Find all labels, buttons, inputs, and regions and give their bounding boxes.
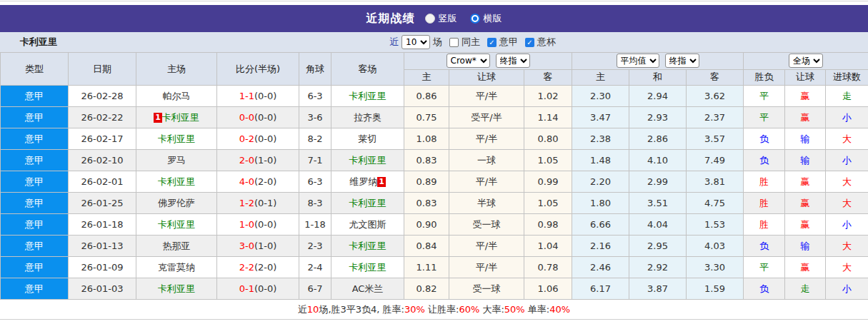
date-cell: 26-01-09 <box>69 257 136 278</box>
title-bar: 近期战绩 竖版 横版 <box>0 5 868 32</box>
away-team-cell: 尤文图斯 <box>331 214 404 236</box>
sub-header-avg-draw: 和 <box>629 69 687 86</box>
fulltime-score: 1-0 <box>239 219 254 230</box>
away-team-name: 卡利亚里 <box>349 198 386 208</box>
match-count-select[interactable]: 10 <box>401 35 430 49</box>
avg-away-odds-cell: 3.57 <box>687 128 744 150</box>
serie-a-checkbox[interactable]: ✓ <box>487 38 497 47</box>
handicap-result-cell: 赢 <box>785 193 826 214</box>
avg-home-odds-cell: 2.46 <box>572 257 629 278</box>
winlose-result-cell: 平 <box>744 86 785 107</box>
date-cell: 26-02-17 <box>69 128 136 150</box>
odds-stage-select[interactable]: 终指 <box>496 54 530 68</box>
league-cell: 意甲 <box>1 150 69 171</box>
crown-handicap-cell: 平/半 <box>449 128 524 150</box>
halftime-score: (2-0) <box>254 262 276 273</box>
home-team-cell: 卡利亚里 <box>136 214 217 236</box>
match-row: 意甲26-02-221卡利亚里0-0(0-0)3-6拉齐奥0.75受平/半1.1… <box>1 107 868 128</box>
avg-draw-odds-cell: 2.93 <box>629 107 687 128</box>
home-team-name: 罗马 <box>167 155 186 166</box>
halftime-score: (0-0) <box>254 91 276 101</box>
score-cell: 1-2(0-1) <box>217 193 299 214</box>
league-cell: 意甲 <box>1 128 69 150</box>
goals-result-cell: 大 <box>826 193 868 214</box>
avg-draw-odds-cell: 2.86 <box>629 128 687 150</box>
fulltime-score: 2-0 <box>239 155 254 166</box>
crown-home-odds-cell: 0.82 <box>404 278 449 300</box>
avg-draw-odds-cell: 3.51 <box>629 193 687 214</box>
winlose-result-cell: 胜 <box>744 171 785 193</box>
footer-stat-segment: 让胜率: <box>425 304 459 315</box>
away-team-name: 尤文图斯 <box>349 219 386 230</box>
corner-cell: 2-3 <box>299 236 331 257</box>
home-team-cell: 1卡利亚里 <box>136 107 217 128</box>
date-cell: 26-02-01 <box>69 171 136 193</box>
radio-off-icon[interactable] <box>425 14 435 24</box>
home-team-cell: 卡利亚里 <box>136 171 217 193</box>
col-header-date: 日期 <box>69 53 136 86</box>
date-cell: 26-02-22 <box>69 107 136 128</box>
layout-horizontal-option[interactable]: 横版 <box>470 12 502 25</box>
period-select[interactable]: 全场 <box>789 54 823 68</box>
avg-home-odds-cell: 2.20 <box>572 171 629 193</box>
away-team-name: 莱切 <box>359 133 377 144</box>
crown-away-odds-cell: 0.98 <box>524 214 572 236</box>
layout-vertical-option[interactable]: 竖版 <box>425 12 457 25</box>
date-cell: 26-01-03 <box>69 278 136 300</box>
fulltime-score: 0-0 <box>239 112 254 123</box>
home-team-cell: 帕尔马 <box>136 86 217 107</box>
serie-a-label: 意甲 <box>499 36 518 49</box>
score-cell: 0-2(0-0) <box>217 128 299 150</box>
league-cell: 意甲 <box>1 107 69 128</box>
away-team-name: 维罗纳 <box>349 176 377 187</box>
handicap-result-cell: 赢 <box>785 86 826 107</box>
layout-horizontal-label: 横版 <box>484 12 502 25</box>
unit-label: 场 <box>433 36 442 49</box>
match-row: 意甲26-02-01卡利亚里4-0(2-0)6-3维罗纳10.89平/半0.99… <box>1 171 868 193</box>
footer-stat-segment: 场,胜3平3负4, 胜率: <box>319 304 404 315</box>
away-team-cell: 卡利亚里 <box>331 150 404 171</box>
away-team-name: 卡利亚里 <box>349 262 386 273</box>
fulltime-score: 2-2 <box>239 262 254 273</box>
red-card-badge: 1 <box>377 177 386 187</box>
halftime-score: (1-0) <box>254 241 276 251</box>
italy-cup-checkbox[interactable]: ✓ <box>525 38 534 47</box>
goals-result-cell: 小 <box>826 278 868 300</box>
radio-on-icon[interactable] <box>470 14 480 24</box>
away-team-cell: AC米兰 <box>331 278 404 300</box>
avg-home-odds-cell: 1.80 <box>572 193 629 214</box>
home-team-cell: 卡利亚里 <box>136 278 217 300</box>
score-cell: 1-0(0-0) <box>217 214 299 236</box>
home-team-name: 卡利亚里 <box>162 112 199 123</box>
halftime-score: (0-1) <box>254 198 276 208</box>
winlose-result-cell: 负 <box>744 278 785 300</box>
footer-stat-segment: 近 <box>298 304 307 315</box>
crown-handicap-cell: 一球 <box>449 150 524 171</box>
fulltime-score: 1-2 <box>239 198 254 208</box>
near-label: 近 <box>389 36 399 49</box>
away-team-cell: 莱切 <box>331 128 404 150</box>
date-cell: 26-01-25 <box>69 193 136 214</box>
footer-stat-segment: 40% <box>549 304 570 315</box>
handicap-result-cell: 赢 <box>785 257 826 278</box>
winlose-result-cell: 平 <box>744 257 785 278</box>
corner-cell: 6-3 <box>299 86 331 107</box>
crown-away-odds-cell: 0.99 <box>524 171 572 193</box>
winlose-result-cell: 胜 <box>744 214 785 236</box>
home-team-cell: 佛罗伦萨 <box>136 193 217 214</box>
goals-result-cell: 大 <box>826 128 868 150</box>
same-home-checkbox[interactable] <box>449 38 459 47</box>
avg-stage-select[interactable]: 终指 <box>665 54 699 68</box>
avg-select[interactable]: 平均值 <box>617 54 659 68</box>
crown-home-odds-cell: 1.08 <box>404 128 449 150</box>
crown-home-odds-cell: 1.11 <box>404 257 449 278</box>
bookmaker-select[interactable]: Crow* <box>447 54 490 68</box>
avg-draw-odds-cell: 2.92 <box>629 257 687 278</box>
match-row: 意甲26-01-18卡利亚里1-0(0-0)1-18尤文图斯0.90受一球0.9… <box>1 214 868 236</box>
score-cell: 1-1(0-0) <box>217 86 299 107</box>
corner-cell: 1-18 <box>299 214 331 236</box>
avg-home-odds-cell: 6.17 <box>572 278 629 300</box>
home-team-name: 卡利亚里 <box>158 283 195 294</box>
footer-stat-segment: 10 <box>307 304 319 315</box>
winlose-result-cell: 胜 <box>744 193 785 214</box>
